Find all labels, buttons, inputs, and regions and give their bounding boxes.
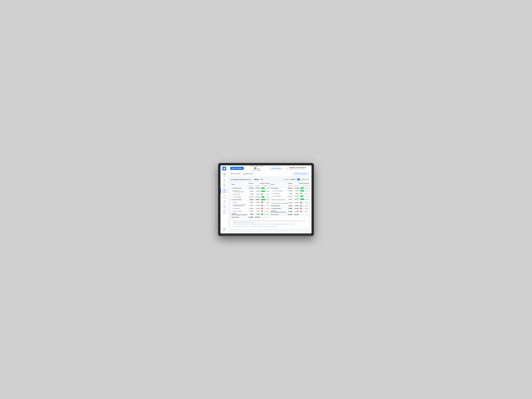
sidebar-item-berichte[interactable]: Berichte bbox=[221, 209, 228, 215]
row-sep: 23.000€ bbox=[248, 210, 254, 212]
row-bar: -1.130€ bbox=[300, 207, 309, 210]
row-aug: 213.930€ bbox=[293, 213, 300, 216]
svg-line-5 bbox=[225, 180, 225, 180]
sidebar-item-support[interactable]: Support bbox=[221, 227, 228, 232]
row-bar: -1.830€ bbox=[260, 201, 270, 204]
row-sep: 23.000€ bbox=[287, 210, 293, 213]
row-aug: 11.300€ bbox=[293, 204, 300, 207]
aktiva-side: Aktiva Auswahl Vergleich Vormonat Sep 20… bbox=[231, 182, 270, 218]
user-text: Maximillian von Hirschhausen Efficient F… bbox=[289, 167, 306, 170]
row-sep: 12.000€ bbox=[248, 204, 254, 207]
row-aug: 65.130€ bbox=[254, 207, 260, 210]
user-name: Maximillian von Hirschhausen bbox=[289, 167, 306, 168]
sidebar-item-cockpit[interactable]: Cockpit bbox=[221, 172, 228, 177]
price-button[interactable]: Preise ansehen bbox=[270, 167, 283, 170]
row-aug: 2.900€ bbox=[254, 193, 260, 196]
row-label: IV. Gewinnvortrag/Verlustvortrag bbox=[270, 197, 287, 201]
sidebar-item-bilanz[interactable]: Bilanz bbox=[221, 188, 228, 193]
svg-rect-3 bbox=[225, 174, 225, 175]
sep-header: Sep 2020 bbox=[248, 185, 254, 187]
row-aug: 53.830€ bbox=[254, 201, 260, 204]
row-bar: -700€ bbox=[260, 210, 270, 212]
svg-rect-0 bbox=[224, 173, 224, 174]
chevron-down-icon bbox=[307, 168, 308, 169]
row-aug: 213.930€ bbox=[254, 216, 260, 218]
sidebar-item-liquiditaet[interactable]: Liquidität bbox=[221, 183, 228, 188]
sidebar-item-label: Berichte bbox=[223, 213, 226, 214]
balance-grid: Aktiva Auswahl Vergleich Vormonat Sep 20… bbox=[231, 182, 309, 218]
svg-point-4 bbox=[224, 179, 225, 180]
note-line3: N/V = Nicht verfügbar, da Daten für die … bbox=[233, 226, 307, 227]
trial-days: 30 bbox=[254, 167, 256, 170]
user-company: Efficient Frontier Investing GmbH bbox=[289, 168, 306, 170]
compare-label: Vergleich: bbox=[284, 179, 289, 180]
row-label: III. Gewinnrücklagen bbox=[270, 195, 287, 197]
sidebar-item-kennzahlen[interactable]: Kennzahlen bbox=[221, 193, 228, 199]
row-sep: 3.000€ bbox=[248, 193, 254, 196]
row-aug: 117.730€ bbox=[293, 187, 300, 190]
row-bar: -1.830€ bbox=[300, 201, 309, 204]
app-logo[interactable] bbox=[222, 167, 226, 171]
row-sep: 95.000€ bbox=[248, 198, 254, 201]
row-aug: 53.830€ bbox=[293, 201, 300, 204]
row-sep: 3.000€ bbox=[287, 192, 293, 195]
section-divider bbox=[252, 178, 253, 180]
sidebar-item-label: Kennzahlen bbox=[222, 197, 227, 198]
sidebar-item-label: Analyse bbox=[223, 202, 226, 203]
sidebar-item-label: Bilanz bbox=[223, 191, 226, 193]
row-sep: 64.000€ bbox=[248, 207, 254, 210]
data-import-button[interactable]: Daten einspielen bbox=[230, 167, 244, 170]
sep-header-p: Sep 2020 bbox=[287, 185, 293, 187]
row-bar: +6.400€ bbox=[260, 198, 270, 201]
month-label: Monat auswählen: bbox=[231, 173, 241, 175]
row-bar: +100€ bbox=[300, 192, 309, 195]
row-label: B. Umlaufvermögen bbox=[231, 198, 248, 201]
topbar: Daten einspielen Ihr Probezeitraum endet… bbox=[228, 165, 311, 171]
row-bar: +6.400€ bbox=[300, 197, 309, 201]
row-bar: -1.130€ bbox=[260, 207, 270, 210]
row-label: III. Kasse und Bank bbox=[231, 210, 248, 212]
note-line2: (z.B. Abschreibungen, Bildung von Rechnu… bbox=[233, 223, 307, 225]
vorjahresmonat-label: Vorjahresmonat bbox=[301, 179, 309, 180]
row-sep: 52.000€ bbox=[248, 201, 254, 204]
row-aug: 65.130€ bbox=[293, 207, 300, 210]
row-label: II. Kapitalrücklage bbox=[270, 192, 287, 195]
row-sep: 223.000€ bbox=[248, 216, 254, 218]
note-section: Beachten Sie: Die hier dargestellte unte… bbox=[231, 218, 309, 229]
row-bar: +4.570€ bbox=[260, 196, 270, 198]
sidebar-item-label: Cockpit bbox=[223, 176, 226, 177]
row-label: I. Gezeichnetes Kapital bbox=[270, 190, 287, 192]
sidebar-item-analyse[interactable]: Analyse bbox=[221, 199, 228, 204]
section-header: Kurzfristige Erfolgsrechnung Bilanz BETA… bbox=[231, 178, 309, 180]
section-title: Kurzfristige Erfolgsrechnung bbox=[231, 178, 251, 180]
row-sep: 12.000€ bbox=[287, 204, 293, 207]
row-label: Summe Aktiva bbox=[231, 216, 248, 218]
sidebar-item-planung[interactable]: Planung bbox=[221, 204, 228, 209]
row-bar: +4.570€ bbox=[300, 195, 309, 197]
sidebar-item-label: Liquidität bbox=[222, 186, 226, 187]
sidebar-item-bwa[interactable]: BWA bbox=[221, 177, 228, 183]
trial-info: Ihr Probezeitraum endet in 30 Tagen (bis… bbox=[246, 165, 268, 171]
row-bar: +2.270€ bbox=[260, 187, 270, 190]
row-bar: +700€ bbox=[260, 204, 270, 207]
pdf-download-button[interactable]: Als PDF herunterladen bbox=[293, 172, 309, 175]
compare-toggle-switch[interactable] bbox=[296, 178, 300, 180]
month-selector: Monat auswählen: September 2020 bbox=[231, 172, 256, 175]
row-label: A. Eigenkapital bbox=[270, 187, 287, 190]
balance-table: Aktiva Auswahl Vergleich Vormonat Sep 20… bbox=[231, 182, 309, 229]
aktiva-header: Aktiva bbox=[231, 182, 248, 187]
auswahl-group: Auswahl bbox=[248, 182, 254, 185]
passiva-side: Passiva Auswahl Vergleich Vormonat Sep 2… bbox=[270, 182, 309, 218]
row-label: C. Aktive Rechnungsabgrenzungsposten bbox=[231, 212, 248, 216]
page-area: Kurzfristige Erfolgsrechnung Bilanz BETA… bbox=[228, 176, 311, 234]
month-select[interactable]: September 2020 bbox=[242, 172, 256, 175]
row-aug: 88.600€ bbox=[254, 198, 260, 201]
compare-toggle: Vergleich: Vormonat Vorjahresmonat bbox=[284, 178, 309, 180]
svg-rect-2 bbox=[224, 174, 224, 175]
user-menu[interactable]: Maximillian von Hirschhausen Efficient F… bbox=[284, 166, 309, 171]
support-label: Support bbox=[222, 230, 226, 231]
row-sep: 95.000€ bbox=[287, 197, 293, 201]
row-sep: 223.000€ bbox=[287, 213, 293, 216]
row-aug: 23.70€ bbox=[293, 210, 300, 213]
row-label: A. Anlagevermögen bbox=[231, 187, 248, 190]
